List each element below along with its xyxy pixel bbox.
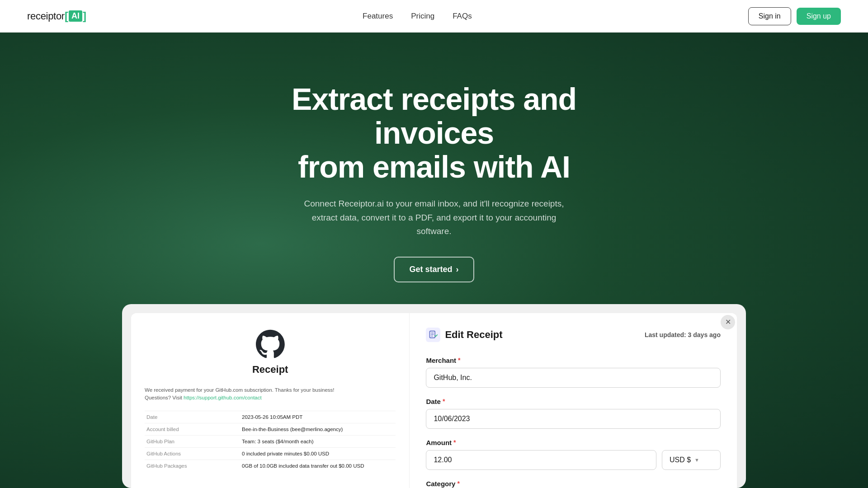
edit-receipt-title: Edit Receipt (445, 329, 502, 341)
amount-input[interactable] (426, 450, 656, 470)
edit-receipt-icon (426, 328, 440, 342)
edit-header: Edit Receipt Last updated: 3 days ago (426, 328, 721, 342)
row-label: Account billed (145, 423, 240, 436)
edit-panel: Edit Receipt Last updated: 3 days ago Me… (410, 313, 737, 488)
hero-subtitle: Connect Receiptor.ai to your email inbox… (294, 197, 574, 238)
currency-value: USD $ (670, 456, 691, 464)
edit-title-row: Edit Receipt (426, 328, 502, 342)
modal-container: ✕ Receipt We received payment for your G… (122, 304, 746, 488)
github-icon (256, 329, 285, 358)
row-value: 2023-05-26 10:05AM PDT (240, 411, 396, 423)
row-label: GitHub Packages (145, 460, 240, 472)
logo-text: receiptor (27, 10, 65, 22)
currency-dropdown-icon: ▼ (694, 457, 699, 463)
amount-label: Amount * (426, 439, 721, 446)
last-updated-value: 3 days ago (688, 331, 721, 338)
row-value: Team: 3 seats ($4/month each) (240, 436, 396, 448)
nav-pricing[interactable]: Pricing (411, 12, 434, 21)
modal-close-button[interactable]: ✕ (721, 315, 735, 329)
merchant-label: Merchant * (426, 357, 721, 364)
hero-title-line1: Extract receipts and invoices (292, 82, 576, 150)
signin-button[interactable]: Sign in (748, 7, 791, 25)
category-label: Category * (426, 480, 721, 488)
date-field: Date * (426, 398, 721, 429)
category-required-star: * (457, 480, 459, 487)
navbar: receiptor [ AI ] Features Pricing FAQs S… (0, 0, 868, 33)
logo-bracket-right: ] (83, 10, 86, 23)
get-started-button[interactable]: Get started › (394, 257, 474, 282)
nav-actions: Sign in Sign up (748, 7, 841, 25)
logo[interactable]: receiptor [ AI ] (27, 10, 86, 23)
receipt-table: Date 2023-05-26 10:05AM PDT Account bill… (145, 411, 396, 472)
nav-features[interactable]: Features (363, 12, 393, 21)
hero-title: Extract receipts and invoices from email… (253, 82, 615, 183)
category-field: Category * Software and subscription ser… (426, 480, 721, 488)
row-label: GitHub Actions (145, 448, 240, 460)
nav-faqs[interactable]: FAQs (453, 12, 472, 21)
get-started-arrow-icon: › (456, 265, 459, 274)
amount-field: Amount * USD $ ▼ (426, 439, 721, 470)
date-input[interactable] (426, 409, 721, 429)
table-row: Account billed Bee-in-the-Business (bee@… (145, 423, 396, 436)
row-label: Date (145, 411, 240, 423)
row-label: GitHub Plan (145, 436, 240, 448)
currency-select[interactable]: USD $ ▼ (662, 450, 721, 470)
hero-content: Extract receipts and invoices from email… (253, 33, 615, 282)
logo-ai-badge: AI (69, 10, 82, 22)
get-started-label: Get started (409, 265, 452, 274)
row-value: 0GB of 10.0GB included data transfer out… (240, 460, 396, 472)
receipt-link[interactable]: https://support.github.com/contact (184, 395, 262, 400)
receipt-body-text: We received payment for your GitHub.com … (145, 386, 396, 402)
row-value: 0 included private minutes $0.00 USD (240, 448, 396, 460)
merchant-input[interactable] (426, 368, 721, 388)
table-row: GitHub Plan Team: 3 seats ($4/month each… (145, 436, 396, 448)
hero-title-line2: from emails with AI (298, 150, 570, 184)
receipt-title: Receipt (252, 364, 288, 375)
hero-section: Extract receipts and invoices from email… (0, 0, 868, 488)
table-row: GitHub Actions 0 included private minute… (145, 448, 396, 460)
table-row: GitHub Packages 0GB of 10.0GB included d… (145, 460, 396, 472)
last-updated-label: Last updated: (645, 331, 686, 338)
merchant-field: Merchant * (426, 357, 721, 388)
nav-links: Features Pricing FAQs (363, 12, 472, 21)
modal-inner: Receipt We received payment for your Git… (131, 313, 737, 488)
merchant-required-star: * (458, 357, 460, 364)
signup-button[interactable]: Sign up (797, 8, 841, 25)
amount-row: USD $ ▼ (426, 450, 721, 470)
date-required-star: * (443, 398, 445, 405)
receipt-panel: Receipt We received payment for your Git… (131, 313, 410, 488)
last-updated-text: Last updated: 3 days ago (645, 331, 721, 338)
date-label: Date * (426, 398, 721, 405)
row-value: Bee-in-the-Business (bee@merlino.agency) (240, 423, 396, 436)
amount-required-star: * (453, 439, 456, 446)
table-row: Date 2023-05-26 10:05AM PDT (145, 411, 396, 423)
logo-bracket-left: [ (65, 10, 68, 23)
